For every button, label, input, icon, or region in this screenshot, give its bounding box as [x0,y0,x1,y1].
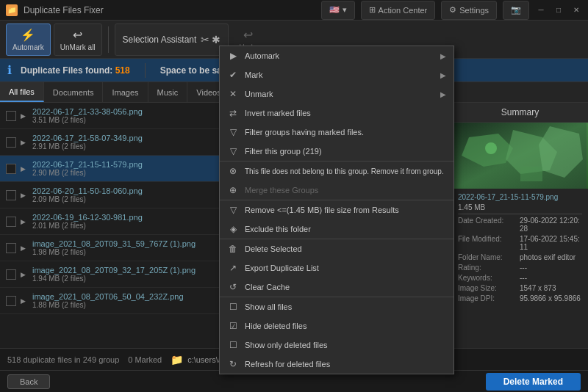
menu-item-delete-selected[interactable]: 🗑 Delete Selected [220,239,453,258]
menu-label: Automark [245,51,434,60]
minimize-button[interactable]: ─ [535,4,547,16]
hide-deleted-icon: ☑ [227,320,239,332]
menu-item-filter-groups[interactable]: ▽ Filter groups having marked files. [220,123,453,142]
menu-item-merge[interactable]: ⊕ Merge these Groups [220,181,453,200]
submenu-arrow: ▶ [440,52,446,60]
expand-icon[interactable]: ▶ [21,192,28,199]
menu-label: Hide deleted files [245,322,446,330]
context-menu: ▶ Automark ▶ ✔ Mark ▶ ✕ Unmark ▶ ⇄ Inver… [219,46,454,374]
thumbnail [452,123,588,189]
status-count: 518 duplicate files in 249 group [7,355,119,364]
action-center-button[interactable]: ⊞ Action Center [361,1,436,20]
camera-button[interactable]: 📷 [503,1,529,20]
folder-name-label: Folder Name: [458,253,517,261]
settings-button[interactable]: ⚙ Settings [441,1,497,20]
summary-image-dpi-row: Image DPI: 95.9866 x 95.9866 [458,294,582,302]
expand-icon[interactable]: ▶ [21,244,28,252]
checkbox[interactable] [6,296,16,306]
mark-menu-icon: ✔ [227,69,239,81]
menu-label: This file does not belong to this group.… [245,167,446,175]
menu-item-refresh-deleted[interactable]: ↻ Refresh for deleted files [220,355,453,374]
tab-images[interactable]: Images [103,82,148,102]
menu-item-remove-size[interactable]: ▽ Remove <=(1.45 MB) file size from Resu… [220,200,453,219]
menu-item-remove-from-group[interactable]: ⊗ This file does not belong to this grou… [220,161,453,181]
checkbox[interactable] [6,217,16,227]
menu-label: Refresh for deleted files [245,360,446,369]
checkbox[interactable] [6,243,16,253]
summary-filename-row: 2022-06-17_21-15-11-579.png [458,193,582,201]
checkbox[interactable] [6,190,16,200]
asterisk-icon: ✱ [212,34,220,46]
rating-value: --- [520,264,527,272]
menu-item-invert[interactable]: ⇄ Invert marked files [220,104,453,123]
show-all-icon: ☐ [227,301,239,313]
filter-menu-icon: ▽ [227,126,239,138]
menu-item-filter-this[interactable]: ▽ Filter this group (219) [220,142,453,161]
summary-image [452,123,588,189]
unmark-menu-icon: ✕ [227,88,239,100]
summary-filename: 2022-06-17_21-15-11-579.png [458,193,558,201]
folder-name-value: photos exif editor [520,253,576,261]
delete-marked-button[interactable]: Delete Marked [486,373,581,391]
summary-panel: Summary [452,103,588,348]
expand-icon[interactable]: ▶ [21,271,28,278]
file-modified-value: 17-06-2022 15:45:11 [520,235,582,251]
image-size-label: Image Size: [458,284,517,292]
scissors-icon: ✂ [201,34,209,46]
tab-documents[interactable]: Documents [44,82,104,102]
invert-menu-icon: ⇄ [227,107,239,119]
tab-music[interactable]: Music [148,82,188,102]
automark-button[interactable]: ⚡ Automark [6,23,51,56]
checkbox[interactable] [6,137,16,148]
expand-icon[interactable]: ▶ [21,297,28,305]
date-created-label: Date Created: [458,217,517,233]
app-title: Duplicate Files Fixer [24,5,315,15]
menu-item-show-deleted[interactable]: ☐ Show only deleted files [220,335,453,355]
menu-label: Delete Selected [245,244,446,253]
menu-item-hide-deleted[interactable]: ☑ Hide deleted files [220,316,453,335]
back-button[interactable]: Back [7,374,50,389]
expand-icon[interactable]: ▶ [21,218,28,225]
svg-point-5 [485,142,497,154]
tab-all-files[interactable]: All files [0,82,44,102]
menu-item-show-all[interactable]: ☐ Show all files [220,297,453,316]
expand-icon[interactable]: ▶ [21,112,28,120]
toolbar-separator-1 [108,26,109,53]
app-icon: 📁 [6,4,18,16]
rating-label: Rating: [458,264,517,272]
close-button[interactable]: ✕ [570,4,582,16]
submenu-arrow: ▶ [440,71,446,79]
duplicate-count: 518 [115,65,130,76]
unmark-all-button[interactable]: ↩ UnMark all [54,23,102,56]
menu-label: Export Duplicate List [245,264,446,272]
remove-icon: ⊗ [227,165,239,177]
checkbox[interactable] [6,111,16,121]
summary-title: Summary [452,103,588,123]
menu-item-automark[interactable]: ▶ Automark ▶ [220,46,453,65]
menu-item-export[interactable]: ↗ Export Duplicate List [220,258,453,277]
remove-size-icon: ▽ [227,204,239,216]
expand-icon[interactable]: ▶ [21,139,28,146]
submenu-arrow: ▶ [440,90,446,98]
menu-item-mark[interactable]: ✔ Mark ▶ [220,65,453,84]
menu-label: Clear Cache [245,283,446,291]
summary-image-size-row: Image Size: 1547 x 873 [458,284,582,292]
menu-label: Mark [245,70,434,79]
maximize-button[interactable]: □ [553,4,564,16]
summary-filesize: 1.45 MB [458,203,485,211]
image-dpi-label: Image DPI: [458,294,517,302]
undo-icon: ↩ [243,28,253,42]
menu-item-clear-cache[interactable]: ↺ Clear Cache [220,277,453,297]
menu-item-unmark[interactable]: ✕ Unmark ▶ [220,84,453,104]
menu-label: Exclude this folder [245,225,446,233]
checkbox[interactable] [6,269,16,280]
menu-label: Filter this group (219) [245,147,446,156]
file-modified-label: File Modified: [458,235,517,251]
flag-button[interactable]: 🇺🇸▾ [321,1,355,20]
summary-folder-name-row: Folder Name: photos exif editor [458,253,582,261]
topbar-right: 🇺🇸▾ ⊞ Action Center ⚙ Settings 📷 ─ □ ✕ [321,1,582,20]
checkbox[interactable] [6,164,16,174]
expand-icon[interactable]: ▶ [21,165,28,173]
selection-assistant-button[interactable]: Selection Assistant ✂ ✱ [115,23,229,56]
menu-item-exclude-folder[interactable]: ◈ Exclude this folder [220,219,453,239]
